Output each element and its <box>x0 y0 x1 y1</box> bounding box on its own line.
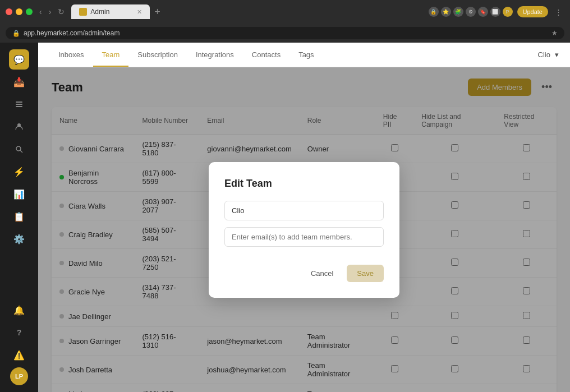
extension-icon-4[interactable]: ⚙ <box>466 7 476 17</box>
page-content: Team Add Members ••• Name Mobile Number … <box>38 67 570 392</box>
sidebar-item-contacts[interactable] <box>9 117 29 137</box>
sidebar: 💬 📥 ⚡ 📊 📋 ⚙️ 🔔 ? ⚠️ LP <box>0 43 38 392</box>
user-menu[interactable]: Clio ▾ <box>538 50 559 59</box>
sidebar-item-warning[interactable]: ⚠️ <box>9 345 29 365</box>
nav-tabs: Inboxes Team Subscription Integrations C… <box>49 44 538 66</box>
refresh-button[interactable]: ↻ <box>56 6 67 17</box>
browser-tab[interactable]: Admin ✕ <box>71 4 150 19</box>
save-button[interactable]: Save <box>347 265 384 282</box>
profile-icon[interactable]: P <box>503 7 513 17</box>
sidebar-item-analytics[interactable]: 📊 <box>9 184 29 204</box>
sidebar-item-bell[interactable]: 🔔 <box>9 300 29 320</box>
tab-close-button[interactable]: ✕ <box>137 8 142 16</box>
forward-button[interactable]: › <box>47 6 54 17</box>
extension-icon-3[interactable]: 🧩 <box>453 7 463 17</box>
sidebar-item-inbox[interactable]: 📥 <box>9 72 29 92</box>
tab-integrations[interactable]: Integrations <box>187 44 243 67</box>
tab-tags[interactable]: Tags <box>289 44 323 67</box>
close-window-button[interactable] <box>6 8 12 15</box>
browser-menu-button[interactable]: ⋮ <box>553 8 564 16</box>
edit-team-modal: Edit Team Cancel Save <box>209 162 399 298</box>
tab-subscription[interactable]: Subscription <box>128 44 187 67</box>
sidebar-item-chat[interactable]: 💬 <box>9 49 29 70</box>
main-content: Inboxes Team Subscription Integrations C… <box>38 43 570 392</box>
svg-point-4 <box>16 146 21 151</box>
new-tab-button[interactable]: + <box>152 6 163 18</box>
address-bar[interactable]: 🔒 app.heymarket.com/admin/team ★ <box>6 27 564 39</box>
svg-line-5 <box>20 150 22 153</box>
extension-icon-2[interactable]: ⭐ <box>441 7 451 17</box>
sidebar-item-lightning[interactable]: ⚡ <box>9 162 29 182</box>
sidebar-item-help[interactable]: ? <box>9 322 29 343</box>
team-name-input[interactable] <box>224 201 384 220</box>
sidebar-item-list[interactable] <box>9 94 29 114</box>
extension-icon-5[interactable]: 🔖 <box>478 7 488 17</box>
cancel-button[interactable]: Cancel <box>303 265 341 282</box>
update-button[interactable]: Update <box>517 6 548 17</box>
user-menu-chevron-icon: ▾ <box>555 50 559 59</box>
tab-favicon <box>79 8 87 16</box>
tab-contacts[interactable]: Contacts <box>243 44 289 67</box>
modal-actions: Cancel Save <box>224 265 384 282</box>
tab-title: Admin <box>90 8 109 16</box>
top-nav: Inboxes Team Subscription Integrations C… <box>38 43 570 67</box>
extension-icon-1[interactable]: 🔒 <box>429 7 439 17</box>
modal-overlay: Edit Team Cancel Save <box>38 67 570 392</box>
sidebar-item-tasks[interactable]: 📋 <box>9 206 29 227</box>
svg-rect-0 <box>16 102 22 103</box>
tab-inboxes[interactable]: Inboxes <box>49 44 93 67</box>
sidebar-item-settings[interactable]: ⚙️ <box>9 229 29 249</box>
sidebar-item-search[interactable] <box>9 139 29 159</box>
minimize-window-button[interactable] <box>16 8 22 15</box>
modal-title: Edit Team <box>224 178 384 190</box>
lock-icon: 🔒 <box>12 30 20 37</box>
back-button[interactable]: ‹ <box>37 6 44 17</box>
user-name: Clio <box>538 50 550 59</box>
svg-rect-2 <box>16 106 22 107</box>
tab-team[interactable]: Team <box>93 44 129 67</box>
bookmark-star-icon[interactable]: ★ <box>551 29 558 37</box>
extension-icon-6[interactable]: ⬜ <box>490 7 500 17</box>
sidebar-avatar[interactable]: LP <box>10 367 28 385</box>
url-text: app.heymarket.com/admin/team <box>24 29 119 37</box>
maximize-window-button[interactable] <box>26 8 33 15</box>
svg-rect-1 <box>16 104 22 105</box>
email-input[interactable] <box>224 227 384 247</box>
